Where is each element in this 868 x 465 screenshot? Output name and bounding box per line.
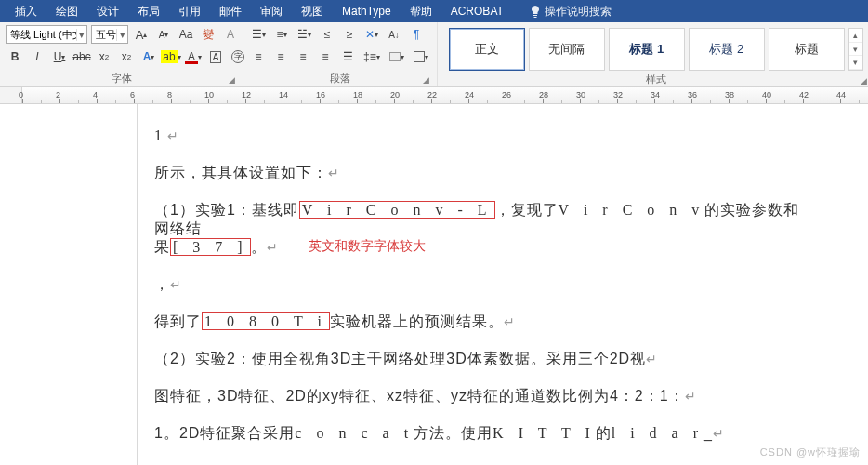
text-run[interactable]: V i r C o n v	[559, 202, 705, 218]
text-run[interactable]: 实验机器上的预测结果。	[330, 313, 504, 329]
styles-more-button[interactable]: ▴▾▾	[848, 28, 863, 71]
style-标题 2[interactable]: 标题 2	[689, 28, 765, 71]
italic-button[interactable]: I	[28, 47, 46, 66]
shading-button[interactable]: ▾	[387, 47, 407, 66]
text-run[interactable]: c o n c a t	[295, 425, 414, 441]
menu-design[interactable]: 设计	[87, 0, 128, 22]
strike-button[interactable]: abc	[72, 47, 91, 66]
dialog-launcher-icon[interactable]: ◢	[861, 76, 867, 86]
text-run[interactable]: （1）实验1：基线即	[154, 202, 299, 218]
superscript-button[interactable]: x2	[117, 47, 136, 66]
font-color-button[interactable]: A▾	[184, 47, 203, 66]
menu-insert[interactable]: 插入	[6, 0, 46, 22]
clear-format-button[interactable]: A	[221, 25, 240, 44]
highlight-button[interactable]: ab▾	[162, 47, 180, 66]
menu-bar: 插入 绘图 设计 布局 引用 邮件 审阅 视图 MathType 帮助 ACRO…	[0, 0, 868, 22]
document-line[interactable]: 1↵	[154, 126, 812, 145]
underline-button[interactable]: U▾	[50, 47, 69, 66]
line-spacing-button[interactable]: ‡≡▾	[361, 47, 383, 66]
text-run[interactable]: 得到了	[154, 313, 202, 329]
menu-acrobat[interactable]: ACROBAT	[441, 0, 513, 22]
text-run[interactable]: 1。2D特征聚合采用	[154, 425, 295, 441]
chevron-down-icon[interactable]: ▾	[76, 29, 86, 41]
align-right-button[interactable]: ≡	[294, 47, 312, 66]
annotation-label: 英文和数字字体较大	[309, 238, 426, 255]
document-line[interactable]: 图特征，3D特征、2D的xy特征、xz特征、yz特征的通道数比例为4：2：1：↵	[154, 387, 812, 405]
decrease-indent-button[interactable]: ≤	[318, 25, 336, 44]
text-run[interactable]: 。	[251, 239, 267, 255]
menu-draw[interactable]: 绘图	[46, 0, 87, 22]
text-run[interactable]: l i d a r	[612, 425, 704, 441]
text-run[interactable]: ，	[154, 276, 170, 292]
document-line[interactable]: （2）实验2：使用全视角3D主干网络处理3D体素数据。采用三个2D视↵	[154, 350, 812, 368]
multilevel-button[interactable]: ☱▾	[295, 25, 314, 44]
style-正文[interactable]: 正文	[449, 28, 525, 71]
text-run[interactable]: 方法。使用	[414, 425, 493, 441]
document-line[interactable]: 所示，其具体设置如下：↵	[154, 164, 812, 182]
text-run[interactable]: 1	[154, 127, 167, 143]
font-name-combo[interactable]: 等线 Light (中文正▾	[6, 25, 87, 44]
text-run[interactable]: 果	[154, 239, 170, 255]
style-无间隔[interactable]: 无间隔	[529, 28, 605, 71]
menu-references[interactable]: 引用	[169, 0, 210, 22]
document-line[interactable]: 1。2D特征聚合采用c o n c a t方法。使用K I T T I的l i …	[154, 424, 812, 443]
align-left-button[interactable]: ≡	[249, 47, 268, 66]
phonetic-guide-button[interactable]: 變	[199, 25, 217, 44]
distribute-button[interactable]: ☰	[338, 47, 357, 66]
text-run[interactable]: K I T T I	[493, 425, 596, 441]
numbering-button[interactable]: ≡▾	[272, 25, 291, 44]
change-case-button[interactable]: Aa	[177, 25, 195, 44]
grow-font-button[interactable]: A▴	[132, 25, 151, 44]
menu-layout[interactable]: 布局	[128, 0, 169, 22]
text-run[interactable]: 的	[596, 425, 612, 441]
ribbon: 等线 Light (中文正▾ 五号▾ A▴ A▾ Aa 變 A B I U▾ a…	[0, 22, 868, 87]
style-标题[interactable]: 标题	[769, 28, 845, 71]
text-run[interactable]: 1 0 8 0 T i	[202, 312, 330, 330]
sort-button[interactable]: A↓	[385, 25, 403, 44]
paragraph-mark-icon: ↵	[504, 314, 516, 329]
paragraph-mark-icon: ↵	[167, 128, 179, 143]
chevron-down-icon[interactable]: ▾	[116, 29, 127, 41]
text-run[interactable]: 图特征，3D特征、2D的xy特征、xz特征、yz特征的通道数比例为4：2：1：	[154, 388, 685, 404]
document-line[interactable]: （1）实验1：基线即V i r C o n v - L，复现了V i r C o…	[154, 201, 812, 238]
tell-me-search[interactable]: 操作说明搜索	[545, 4, 612, 20]
text-run[interactable]: _	[704, 425, 713, 441]
menu-review[interactable]: 审阅	[251, 0, 292, 22]
group-styles-label: 样式	[646, 73, 666, 85]
dialog-launcher-icon[interactable]: ◢	[229, 75, 235, 85]
text-run[interactable]: V i r C o n v - L	[299, 201, 495, 219]
paragraph-mark-icon: ↵	[328, 166, 340, 180]
text-run[interactable]: ，复现了	[495, 202, 559, 218]
show-marks-button[interactable]: ¶	[407, 25, 426, 44]
shrink-font-button[interactable]: A▾	[154, 25, 173, 44]
font-size-combo[interactable]: 五号▾	[91, 25, 128, 44]
document-line[interactable]: 得到了1 0 8 0 T i实验机器上的预测结果。↵	[154, 312, 812, 331]
text-run[interactable]: （2）实验2：使用全视角3D主干网络处理3D体素数据。采用三个2D视	[154, 351, 646, 366]
watermark-text: CSDN @w怀瑾握瑜	[760, 445, 861, 459]
borders-button[interactable]: ▾	[411, 47, 431, 66]
bullets-button[interactable]: ☰▾	[249, 25, 269, 44]
paragraph-mark-icon: ↵	[170, 277, 182, 292]
document-line[interactable]: 果[ 3 7 ]。↵	[154, 238, 812, 257]
paragraph-mark-icon: ↵	[685, 389, 697, 404]
align-center-button[interactable]: ≡	[271, 47, 290, 66]
subscript-button[interactable]: x2	[95, 47, 113, 66]
group-font: 等线 Light (中文正▾ 五号▾ A▴ A▾ Aa 變 A B I U▾ a…	[0, 22, 243, 86]
horizontal-ruler[interactable]: 0246810121416182022242628303234363840424…	[0, 87, 868, 104]
text-effects-button[interactable]: A▾	[139, 47, 158, 66]
menu-view[interactable]: 视图	[292, 0, 333, 22]
document-page[interactable]: 1↵所示，其具体设置如下：↵（1）实验1：基线即V i r C o n v - …	[138, 104, 849, 465]
bold-button[interactable]: B	[6, 47, 24, 66]
dialog-launcher-icon[interactable]: ◢	[423, 75, 429, 85]
menu-help[interactable]: 帮助	[401, 0, 441, 22]
menu-mailings[interactable]: 邮件	[210, 0, 251, 22]
text-run[interactable]: [ 3 7 ]	[170, 238, 251, 256]
justify-button[interactable]: ≡	[316, 47, 335, 66]
ltr-button[interactable]: ✕▾	[362, 25, 381, 44]
menu-mathtype[interactable]: MathType	[333, 0, 401, 22]
text-run[interactable]: 所示，其具体设置如下：	[154, 165, 328, 180]
char-border-button[interactable]: A	[206, 47, 225, 66]
increase-indent-button[interactable]: ≥	[340, 25, 359, 44]
style-标题 1[interactable]: 标题 1	[609, 28, 685, 71]
document-line[interactable]: ，↵	[154, 275, 812, 294]
